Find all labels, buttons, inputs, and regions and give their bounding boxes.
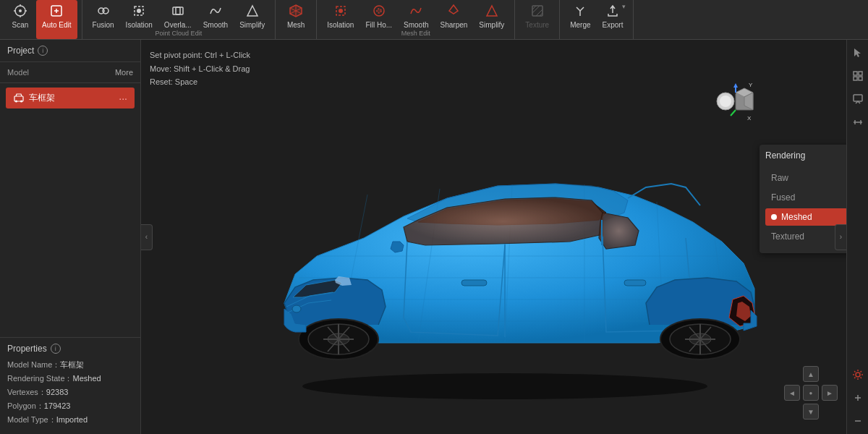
property-model-type-value: Imported	[56, 415, 88, 424]
project-label: Project	[7, 46, 34, 56]
mesh-icon	[288, 3, 304, 19]
orientation-widget[interactable]: Y X	[712, 80, 756, 123]
fusion-label: Fusion	[93, 21, 114, 29]
mesh-edit-label: Mesh Edit	[317, 30, 514, 37]
svg-marker-13	[247, 6, 258, 16]
auto-edit-icon	[48, 3, 64, 19]
model-item-car[interactable]: 车框架 ···	[6, 88, 135, 109]
simplify2-label: Simplify	[479, 21, 504, 29]
export-icon	[605, 3, 621, 19]
rendering-panel-title: Rendering	[765, 150, 848, 163]
property-polygon-value: 179423	[44, 401, 71, 410]
property-rendering-state: Rendering State：Meshed	[7, 373, 133, 384]
project-section: Project i	[0, 40, 140, 62]
svg-marker-22	[487, 6, 497, 16]
fill-holes-icon	[371, 3, 387, 19]
nav-center-button[interactable]: ●	[803, 385, 819, 401]
merge-button[interactable]: Merge	[564, 0, 596, 39]
properties-info-icon[interactable]: i	[51, 344, 61, 354]
more-button[interactable]: More	[115, 68, 133, 77]
texture-button[interactable]: Texture	[519, 0, 555, 39]
overlay-label: Overla...	[164, 21, 192, 29]
toolbar-group-texture: Texture	[515, 0, 560, 39]
svg-rect-29	[624, 280, 646, 286]
render-option-raw[interactable]: Raw	[765, 169, 848, 187]
isolation2-label: Isolation	[327, 21, 354, 29]
toolbar-group-merge: Merge Export ▾	[560, 0, 634, 39]
svg-point-1	[19, 9, 22, 12]
mesh-label: Mesh	[287, 21, 305, 29]
export-button[interactable]: Export ▾	[597, 0, 629, 39]
mini-zoom-fit-button[interactable]	[849, 67, 867, 85]
svg-text:Y: Y	[749, 82, 753, 88]
merge-icon	[572, 3, 588, 19]
viewport[interactable]: Set pivot point: Ctrl + L-Click Move: Sh…	[141, 40, 868, 434]
nav-down-button[interactable]: ▼	[803, 404, 819, 420]
auto-edit-label: Auto Edit	[42, 21, 72, 29]
mini-settings-button[interactable]	[849, 366, 867, 383]
sharpen-icon	[446, 3, 461, 19]
nav-row-bot: ▼	[784, 404, 838, 420]
svg-point-63	[856, 373, 860, 377]
render-option-meshed[interactable]: Meshed	[765, 208, 848, 226]
navigation-arrows: ▲ ◄ ● ► ▼	[784, 366, 838, 420]
svg-point-46	[720, 95, 731, 107]
hint-line3: Reset: Space	[150, 75, 250, 89]
scan-button[interactable]: Scan	[4, 0, 36, 39]
right-panel-collapse-button[interactable]: ›	[835, 224, 846, 250]
project-title: Project i	[7, 46, 48, 56]
sidebar-collapse-button[interactable]: ‹	[141, 224, 153, 250]
mini-cursor-button[interactable]	[849, 44, 867, 61]
mini-comment-button[interactable]	[849, 90, 867, 108]
smooth-icon	[208, 3, 224, 19]
svg-rect-12	[176, 7, 183, 14]
fusion-icon	[95, 3, 111, 19]
model-item-menu[interactable]: ···	[119, 93, 127, 104]
texture-label: Texture	[525, 21, 549, 29]
svg-rect-58	[859, 77, 862, 80]
mesh-button[interactable]: Mesh	[280, 0, 312, 39]
render-option-fused[interactable]: Fused	[765, 189, 848, 206]
sharpen-label: Sharpen	[441, 21, 468, 29]
svg-rect-57	[854, 77, 857, 80]
property-model-name: Model Name：车框架	[7, 359, 133, 370]
isolation2-icon	[333, 3, 349, 19]
toolbar-group-mesh: Mesh	[276, 0, 317, 39]
property-rendering-state-value: Meshed	[73, 374, 101, 383]
svg-rect-56	[859, 72, 862, 75]
isolation-label: Isolation	[126, 21, 153, 29]
smooth2-icon	[408, 3, 424, 19]
car-frame-icon	[13, 93, 25, 104]
svg-point-10	[137, 9, 141, 13]
mini-measure-button[interactable]	[849, 114, 867, 131]
svg-rect-55	[854, 72, 857, 75]
hint-line2: Move: Shift + L-Click & Drag	[150, 62, 250, 76]
viewport-hints: Set pivot point: Ctrl + L-Click Move: Sh…	[150, 48, 250, 89]
svg-rect-11	[173, 7, 180, 14]
svg-rect-28	[461, 280, 487, 286]
property-vertexes-value: 92383	[46, 388, 69, 396]
mini-zoom-out-button[interactable]	[849, 412, 867, 430]
property-polygon: Polygon：179423	[7, 401, 133, 412]
texture-icon	[529, 3, 545, 19]
toolbar-group-mesh-edit: Isolation Fill Ho... Smooth Sharpen Simp…	[317, 0, 515, 39]
right-mini-toolbar	[846, 40, 868, 434]
main-layout: Project i Model More 车框架 ···	[0, 40, 868, 434]
property-model-type: Model Type：Imported	[7, 414, 133, 425]
nav-left-button[interactable]: ◄	[784, 385, 800, 401]
point-cloud-label: Point Cloud Edit	[82, 30, 276, 37]
properties-section: Properties i Model Name：车框架 Rendering St…	[0, 337, 140, 434]
overlay-icon	[170, 3, 186, 19]
auto-edit-button[interactable]: Auto Edit	[36, 0, 77, 39]
smooth-label: Smooth	[203, 21, 228, 29]
nav-up-button[interactable]: ▲	[803, 366, 819, 382]
car-3d-model	[223, 101, 787, 404]
scan-icon	[12, 3, 28, 19]
svg-rect-59	[854, 95, 862, 101]
svg-line-50	[731, 110, 736, 116]
simplify2-icon	[484, 3, 500, 19]
mini-zoom-in-button[interactable]	[849, 389, 867, 407]
nav-right-button[interactable]: ►	[822, 385, 838, 401]
svg-point-26	[20, 100, 22, 102]
project-info-icon[interactable]: i	[38, 46, 48, 56]
